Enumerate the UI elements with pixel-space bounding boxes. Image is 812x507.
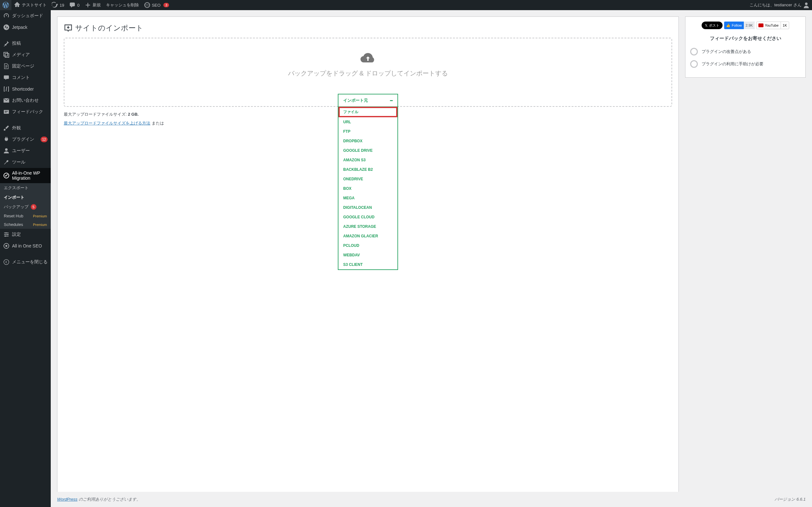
dropdown-option[interactable]: ファイル [339, 107, 397, 117]
cloud-upload-icon [360, 51, 376, 64]
page-icon [3, 63, 9, 69]
sidebar-separator [0, 35, 51, 36]
seo-label: SEO [152, 3, 160, 8]
version-text: バージョン 6.6.1 [774, 497, 806, 502]
dropdown-option[interactable]: PCLOUD [339, 241, 397, 250]
dropdown-option[interactable]: BACKBLAZE B2 [339, 165, 397, 174]
new-content[interactable]: 新規 [82, 0, 103, 10]
dropdown-option[interactable]: DROPBOX [339, 136, 397, 146]
admin-footer: WordPress のご利用ありがとうございます。 バージョン 6.6.1 [51, 492, 812, 507]
aioseo-icon [3, 243, 9, 249]
submenu-resethub[interactable]: Reset HubPremium [0, 212, 51, 220]
sidebar-item-settings[interactable]: 設定 [0, 229, 51, 240]
collapse-menu[interactable]: メニューを閉じる [0, 257, 51, 268]
seo-icon [144, 2, 150, 8]
brush-icon [3, 125, 9, 131]
submenu-schedules[interactable]: SchedulesPremium [0, 220, 51, 229]
dropzone-text: バックアップをドラッグ & ドロップしてインポートする [64, 69, 671, 78]
dropdown-option[interactable]: AMAZON S3 [339, 155, 397, 165]
site-name[interactable]: テストサイト [11, 0, 49, 10]
dropdown-option[interactable]: S3 CLIENT [339, 260, 397, 269]
thumb-icon: 👍 [726, 23, 730, 27]
migration-icon [3, 172, 9, 179]
sidebar-item-tools[interactable]: ツール [0, 157, 51, 168]
x-post-button[interactable]: 𝕏ポスト [702, 21, 722, 29]
svg-point-7 [7, 234, 9, 235]
sidebar-item-posts[interactable]: 投稿 [0, 38, 51, 49]
dropdown-option[interactable]: URL [339, 117, 397, 127]
wp-logo[interactable] [0, 0, 11, 10]
radio-icon [690, 60, 698, 68]
comments-link[interactable]: 0 [67, 0, 82, 10]
dropdown-option[interactable]: AZURE STORAGE [339, 222, 397, 231]
plugin-icon [3, 136, 9, 143]
dropdown-option[interactable]: GOOGLE CLOUD [339, 212, 397, 222]
svg-point-0 [805, 3, 808, 5]
plus-icon [85, 2, 91, 8]
submenu-backup[interactable]: バックアップ 5 [0, 202, 51, 212]
social-buttons: 𝕏ポスト 👍Follow2.9K YouTube1K [690, 21, 801, 29]
sidebar-item-jetpack[interactable]: Jetpack [0, 21, 51, 33]
sliders-icon [3, 231, 9, 238]
plugins-count-badge: 12 [41, 136, 48, 142]
youtube-icon [758, 23, 763, 27]
feedback-icon [3, 109, 9, 115]
comments-count: 0 [77, 3, 79, 8]
cache-label: キャッシュを削除 [106, 2, 139, 8]
dropdown-option[interactable]: BOX [339, 184, 397, 193]
collapse-icon [3, 259, 9, 265]
sidebar-item-users[interactable]: ユーザー [0, 145, 51, 157]
sidebar-item-aioseo[interactable]: All in One SEO [0, 240, 51, 251]
sidebar-item-appearance[interactable]: 外観 [0, 122, 51, 134]
minus-icon: ━ [390, 98, 393, 103]
svg-rect-3 [4, 110, 9, 114]
updates[interactable]: 19 [49, 0, 67, 10]
dropdown-option[interactable]: WEBDAV [339, 250, 397, 260]
feedback-option-2[interactable]: プラグインの利用に手助けが必要 [690, 60, 801, 68]
upgrade-link[interactable]: 最大アップロードファイルサイズを上げる方法 [64, 121, 150, 125]
cache-clear[interactable]: キャッシュを削除 [103, 0, 142, 10]
sidebar-item-migration[interactable]: All-in-One WP Migration [0, 168, 51, 183]
radio-icon [690, 48, 698, 55]
dropdown-option[interactable]: DIGITALOCEAN [339, 203, 397, 212]
feedback-option-1[interactable]: プラグインの改善点がある [690, 48, 801, 55]
comment-icon [69, 2, 75, 8]
svg-point-1 [3, 24, 9, 30]
admin-bar: テストサイト 19 0 新規 キャッシュを削除 SEO3 こんにちは、testl… [0, 0, 812, 10]
submenu-migration: エクスポート インポート バックアップ 5 Reset HubPremium S… [0, 183, 51, 229]
yt-button[interactable]: YouTube1K [756, 21, 789, 29]
account-greeting[interactable]: こんにちは、testlancer さん [747, 0, 812, 10]
dropdown-option[interactable]: AMAZON GLACIER [339, 231, 397, 241]
mail-icon [3, 97, 9, 104]
seo-badge: 3 [163, 3, 169, 7]
jetpack-icon [3, 24, 9, 31]
new-label: 新規 [93, 2, 101, 8]
dropdown-option[interactable]: ONEDRIVE [339, 174, 397, 184]
dropdown-option[interactable]: FTP [339, 127, 397, 136]
sidebar-item-contact[interactable]: お問い合わせ [0, 95, 51, 106]
sidebar-item-plugins[interactable]: プラグイン12 [0, 134, 51, 145]
dashboard-icon [3, 13, 9, 19]
sidebar-item-feedback[interactable]: フィードバック [0, 106, 51, 118]
sidebar-item-media[interactable]: メディア [0, 49, 51, 60]
wordpress-link[interactable]: WordPress [57, 497, 78, 502]
fb-follow-button[interactable]: 👍Follow2.9K [724, 21, 755, 29]
submenu-export[interactable]: エクスポート [0, 183, 51, 193]
sidebar-item-pages[interactable]: 固定ページ [0, 60, 51, 72]
sidebar-item-shortcoder[interactable]: Shortcoder [0, 83, 51, 95]
dropdown-option[interactable]: MEGA [339, 193, 397, 203]
dropdown-option[interactable]: GOOGLE DRIVE [339, 146, 397, 155]
sidebar-item-dashboard[interactable]: ダッシュボード [0, 10, 51, 21]
x-icon: 𝕏 [705, 23, 708, 27]
sidebar-item-comments[interactable]: コメント [0, 72, 51, 83]
main-panel: サイトのインポート バックアップをドラッグ & ドロップしてインポートする 最大… [57, 16, 679, 501]
submenu-import[interactable]: インポート [0, 193, 51, 202]
svg-point-4 [5, 148, 8, 151]
side-panel: 𝕏ポスト 👍Follow2.9K YouTube1K フィードバックをお寄せくだ… [685, 16, 806, 501]
dropdown-header[interactable]: インポート元━ [339, 95, 397, 107]
pin-icon [3, 40, 9, 47]
seo-menu[interactable]: SEO3 [142, 0, 172, 10]
user-icon [3, 148, 9, 154]
greeting-text: こんにちは、testlancer さん [750, 2, 802, 8]
feedback-title: フィードバックをお寄せください [690, 36, 801, 42]
